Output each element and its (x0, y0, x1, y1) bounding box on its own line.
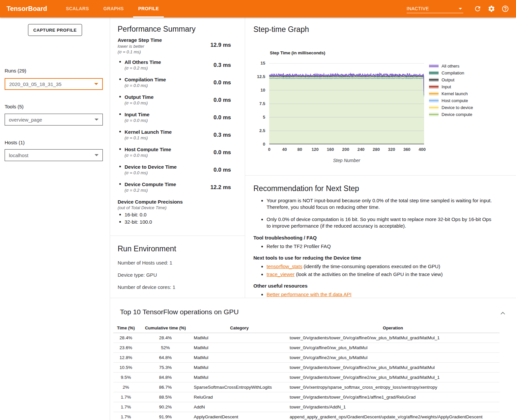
tensorflow-stats-link[interactable]: tensorflow_stats (267, 264, 302, 269)
app-header: TensorBoard SCALARS GRAPHS PROFILE INACT… (0, 0, 516, 17)
chart-legend: All others Compilation Output Input Kern… (429, 63, 473, 118)
legend-swatch (429, 113, 439, 116)
bullet-dot (119, 96, 121, 98)
tab-graphs[interactable]: GRAPHS (99, 0, 129, 17)
x-tick-label: 400 (415, 147, 429, 152)
settings-button[interactable] (484, 2, 498, 16)
recommendation-bullet: Your program is NOT input-bound because … (267, 197, 496, 210)
hosts-select-value: localhost (9, 153, 28, 158)
table-row: 1.7%90.2%AddNtower_0/v/gradients/AddN_1 (113, 402, 500, 412)
device-compute-precisions: Device Compute Precisions (out of Total … (118, 199, 183, 225)
average-step-time: Average Step Time lower is better (σ = 0… (118, 37, 231, 54)
faq-heading: Tool troubleshooting / FAQ (253, 235, 496, 240)
hosts-select[interactable]: localhost (5, 149, 103, 161)
column-header: Category (192, 324, 286, 333)
recommendation-title: Recommendation for Next Step (253, 184, 496, 193)
perf-metric: Host Compute Time(σ = 0.0 ms)0.0 ms (118, 147, 231, 162)
tools-select-value: overview_page (9, 117, 42, 123)
perf-metric: All Others Time(σ = 0.2 ms)0.3 ms (118, 59, 231, 74)
table-row: 10.5%75.3%MatMultower_0/v/gradients/towe… (113, 363, 500, 373)
trace-viewer-link[interactable]: trace_viewer (267, 271, 295, 277)
bullet-dot (119, 78, 121, 80)
legend-swatch (429, 99, 439, 102)
y-tick-label: 10 (251, 88, 265, 93)
x-tick-label: 240 (354, 147, 368, 152)
y-tick-label: 15 (251, 61, 265, 66)
performance-summary-title: Performance Summary (118, 25, 195, 34)
collapse-button[interactable] (499, 309, 507, 317)
metric-value: 0.0 ms (214, 167, 231, 173)
status-dropdown[interactable]: INACTIVE (407, 5, 463, 13)
perf-metric: Input Time(σ = 0.0 ms)0.0 ms (118, 112, 231, 127)
y-tick-label: 5 (251, 115, 265, 120)
x-tick-label: 360 (400, 147, 414, 152)
column-header: Cumulative time (%) (138, 324, 192, 333)
perf-metric: Kernel Launch Time(σ = 0.1 ms)0.3 ms (118, 129, 231, 144)
tools-label: Tools (5) (5, 104, 24, 109)
chevron-down-icon (94, 83, 98, 85)
x-tick-label: 80 (293, 147, 307, 152)
status-dropdown-value: INACTIVE (407, 6, 429, 11)
table-row: 28.4%28.4%MatMultower_0/v/gradients/towe… (113, 333, 500, 343)
precision-item: 32-bit: 100.0 (118, 219, 183, 225)
bullet-dot (119, 166, 121, 167)
metric-value: 0.3 ms (214, 132, 231, 138)
top-ops-table: Time (%) Cumulative time (%) Category Op… (113, 324, 500, 420)
legend-item: Compilation (429, 70, 473, 76)
y-tick-label: 12.5 (251, 74, 265, 79)
tools-select[interactable]: overview_page (5, 114, 103, 126)
runs-label: Runs (29) (5, 68, 26, 73)
table-header-row: Time (%) Cumulative time (%) Category Op… (113, 324, 500, 333)
tab-scalars[interactable]: SCALARS (61, 0, 94, 17)
runs-select-value: 2020_03_05_18_31_35 (9, 81, 62, 87)
step-time-chart (269, 63, 424, 144)
legend-item: Device compute (429, 111, 473, 118)
column-header: Time (%) (113, 324, 138, 333)
metric-value: 0.3 ms (214, 62, 231, 69)
legend-swatch (429, 78, 439, 82)
tool-link-item: tensorflow_stats (identify the time-cons… (267, 263, 496, 270)
x-tick-label: 200 (338, 147, 353, 152)
legend-swatch (429, 64, 439, 68)
refresh-icon (474, 5, 481, 13)
y-tick-label: 7.5 (251, 101, 265, 106)
tool-link-item: trace_viewer (look at the activities on … (267, 271, 496, 278)
help-icon (502, 5, 509, 13)
metric-value: 12.9 ms (211, 42, 231, 48)
bullet-dot (119, 148, 121, 150)
bullet-dot (119, 131, 121, 132)
faq-item: Refer to the TF2 Profiler FAQ (267, 243, 496, 250)
chevron-down-icon (459, 8, 462, 10)
legend-swatch (429, 85, 439, 89)
chart-title: Step Time (in milliseconds) (270, 50, 325, 55)
chevron-down-icon (95, 119, 99, 121)
tensorboard-app: TensorBoard SCALARS GRAPHS PROFILE INACT… (0, 0, 516, 420)
legend-item: Output (429, 76, 473, 83)
tab-profile[interactable]: PROFILE (133, 0, 164, 17)
legend-swatch (429, 106, 439, 109)
tfdata-performance-link[interactable]: Better performance with the tf.data API (267, 292, 352, 297)
chevron-down-icon (95, 154, 99, 156)
table-row: 1.7%88.5%ReluGradtower_0/v/gradients/tow… (113, 392, 500, 402)
bullet-dot (119, 113, 121, 115)
step-time-graph-title: Step-time Graph (253, 25, 309, 34)
perf-metric: Compilation Time(σ = 0.0 ms)0.0 ms (118, 77, 231, 92)
legend-item: Device to device (429, 104, 473, 111)
x-tick-label: 120 (308, 147, 322, 152)
env-line: Number of Hosts used: 1 (118, 260, 245, 266)
top-ops-panel: Top 10 TensorFlow operations on GPU Time… (110, 298, 516, 420)
metric-value: 0.0 ms (214, 114, 231, 121)
tool-link-description: (identify the time-consuming operations … (302, 264, 440, 269)
perf-metric: Device Compute Time(σ = 0.2 ms)12.2 ms (118, 182, 231, 197)
table-row: 12.8%64.8%MatMultower_0/v/cg/affine2/xw_… (113, 353, 500, 363)
runs-select[interactable]: 2020_03_05_18_31_35 (5, 78, 103, 90)
x-tick-label: 40 (277, 147, 292, 152)
help-button[interactable] (498, 2, 512, 16)
right-panel: Step-time Graph Step Time (in millisecon… (245, 17, 516, 298)
metric-value: 0.0 ms (214, 79, 231, 86)
capture-profile-button[interactable]: CAPTURE PROFILE (28, 24, 82, 36)
refresh-button[interactable] (471, 2, 484, 16)
legend-swatch (429, 71, 439, 75)
header-actions: INACTIVE (407, 0, 516, 17)
metric-value: 0.0 ms (214, 149, 231, 156)
